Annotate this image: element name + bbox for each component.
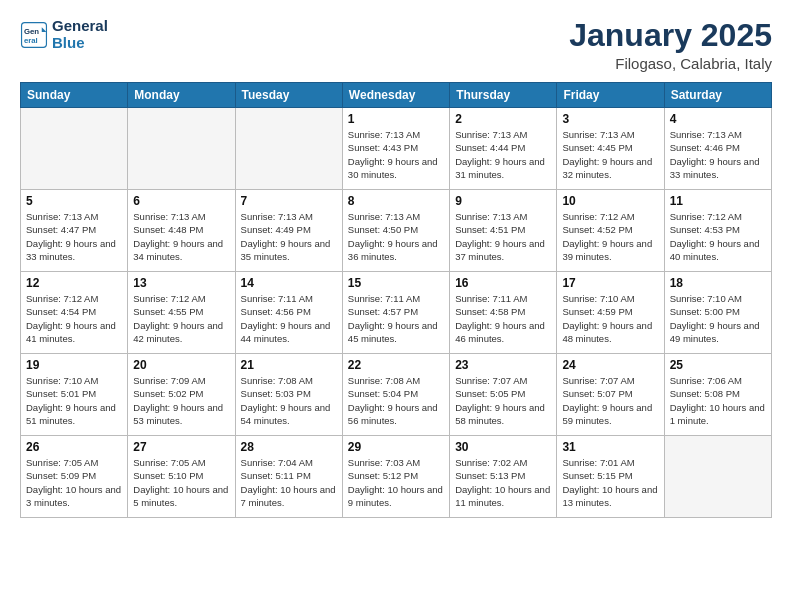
day-info: Sunrise: 7:07 AMSunset: 5:07 PMDaylight:…	[562, 374, 658, 427]
day-number: 12	[26, 276, 122, 290]
day-number: 16	[455, 276, 551, 290]
day-cell: 16Sunrise: 7:11 AMSunset: 4:58 PMDayligh…	[450, 272, 557, 354]
day-number: 26	[26, 440, 122, 454]
day-cell: 4Sunrise: 7:13 AMSunset: 4:46 PMDaylight…	[664, 108, 771, 190]
col-header-wednesday: Wednesday	[342, 83, 449, 108]
day-number: 25	[670, 358, 766, 372]
day-cell: 10Sunrise: 7:12 AMSunset: 4:52 PMDayligh…	[557, 190, 664, 272]
day-cell: 31Sunrise: 7:01 AMSunset: 5:15 PMDayligh…	[557, 436, 664, 518]
day-number: 23	[455, 358, 551, 372]
day-info: Sunrise: 7:02 AMSunset: 5:13 PMDaylight:…	[455, 456, 551, 509]
week-row-4: 19Sunrise: 7:10 AMSunset: 5:01 PMDayligh…	[21, 354, 772, 436]
day-info: Sunrise: 7:13 AMSunset: 4:51 PMDaylight:…	[455, 210, 551, 263]
day-number: 11	[670, 194, 766, 208]
logo-text: General Blue	[52, 18, 108, 51]
day-cell: 21Sunrise: 7:08 AMSunset: 5:03 PMDayligh…	[235, 354, 342, 436]
day-cell: 3Sunrise: 7:13 AMSunset: 4:45 PMDaylight…	[557, 108, 664, 190]
day-number: 27	[133, 440, 229, 454]
week-row-1: 1Sunrise: 7:13 AMSunset: 4:43 PMDaylight…	[21, 108, 772, 190]
day-cell: 9Sunrise: 7:13 AMSunset: 4:51 PMDaylight…	[450, 190, 557, 272]
day-cell: 29Sunrise: 7:03 AMSunset: 5:12 PMDayligh…	[342, 436, 449, 518]
day-number: 13	[133, 276, 229, 290]
day-number: 18	[670, 276, 766, 290]
day-cell: 25Sunrise: 7:06 AMSunset: 5:08 PMDayligh…	[664, 354, 771, 436]
day-number: 7	[241, 194, 337, 208]
day-info: Sunrise: 7:08 AMSunset: 5:04 PMDaylight:…	[348, 374, 444, 427]
day-number: 10	[562, 194, 658, 208]
day-info: Sunrise: 7:05 AMSunset: 5:10 PMDaylight:…	[133, 456, 229, 509]
day-cell	[235, 108, 342, 190]
day-number: 2	[455, 112, 551, 126]
day-cell: 19Sunrise: 7:10 AMSunset: 5:01 PMDayligh…	[21, 354, 128, 436]
day-cell: 20Sunrise: 7:09 AMSunset: 5:02 PMDayligh…	[128, 354, 235, 436]
day-info: Sunrise: 7:04 AMSunset: 5:11 PMDaylight:…	[241, 456, 337, 509]
week-row-3: 12Sunrise: 7:12 AMSunset: 4:54 PMDayligh…	[21, 272, 772, 354]
day-info: Sunrise: 7:13 AMSunset: 4:48 PMDaylight:…	[133, 210, 229, 263]
day-cell: 11Sunrise: 7:12 AMSunset: 4:53 PMDayligh…	[664, 190, 771, 272]
header: Gen eral General Blue January 2025 Filog…	[20, 18, 772, 72]
day-info: Sunrise: 7:10 AMSunset: 5:01 PMDaylight:…	[26, 374, 122, 427]
week-row-5: 26Sunrise: 7:05 AMSunset: 5:09 PMDayligh…	[21, 436, 772, 518]
day-info: Sunrise: 7:08 AMSunset: 5:03 PMDaylight:…	[241, 374, 337, 427]
day-info: Sunrise: 7:05 AMSunset: 5:09 PMDaylight:…	[26, 456, 122, 509]
day-cell	[21, 108, 128, 190]
day-info: Sunrise: 7:12 AMSunset: 4:52 PMDaylight:…	[562, 210, 658, 263]
day-number: 29	[348, 440, 444, 454]
day-cell: 30Sunrise: 7:02 AMSunset: 5:13 PMDayligh…	[450, 436, 557, 518]
col-header-saturday: Saturday	[664, 83, 771, 108]
logo-line1: General	[52, 18, 108, 35]
day-number: 8	[348, 194, 444, 208]
logo-line2: Blue	[52, 35, 108, 52]
title-block: January 2025 Filogaso, Calabria, Italy	[569, 18, 772, 72]
day-cell: 6Sunrise: 7:13 AMSunset: 4:48 PMDaylight…	[128, 190, 235, 272]
day-number: 30	[455, 440, 551, 454]
day-cell: 24Sunrise: 7:07 AMSunset: 5:07 PMDayligh…	[557, 354, 664, 436]
day-number: 6	[133, 194, 229, 208]
day-number: 9	[455, 194, 551, 208]
day-cell: 1Sunrise: 7:13 AMSunset: 4:43 PMDaylight…	[342, 108, 449, 190]
day-number: 31	[562, 440, 658, 454]
day-number: 4	[670, 112, 766, 126]
day-info: Sunrise: 7:01 AMSunset: 5:15 PMDaylight:…	[562, 456, 658, 509]
day-info: Sunrise: 7:06 AMSunset: 5:08 PMDaylight:…	[670, 374, 766, 427]
day-info: Sunrise: 7:12 AMSunset: 4:55 PMDaylight:…	[133, 292, 229, 345]
day-cell: 13Sunrise: 7:12 AMSunset: 4:55 PMDayligh…	[128, 272, 235, 354]
logo: Gen eral General Blue	[20, 18, 108, 51]
day-cell: 22Sunrise: 7:08 AMSunset: 5:04 PMDayligh…	[342, 354, 449, 436]
day-cell: 23Sunrise: 7:07 AMSunset: 5:05 PMDayligh…	[450, 354, 557, 436]
day-number: 20	[133, 358, 229, 372]
col-header-monday: Monday	[128, 83, 235, 108]
col-header-tuesday: Tuesday	[235, 83, 342, 108]
day-cell: 5Sunrise: 7:13 AMSunset: 4:47 PMDaylight…	[21, 190, 128, 272]
day-info: Sunrise: 7:10 AMSunset: 4:59 PMDaylight:…	[562, 292, 658, 345]
page: Gen eral General Blue January 2025 Filog…	[0, 0, 792, 612]
day-cell: 2Sunrise: 7:13 AMSunset: 4:44 PMDaylight…	[450, 108, 557, 190]
calendar-header-row: SundayMondayTuesdayWednesdayThursdayFrid…	[21, 83, 772, 108]
calendar-title: January 2025	[569, 18, 772, 53]
day-number: 15	[348, 276, 444, 290]
week-row-2: 5Sunrise: 7:13 AMSunset: 4:47 PMDaylight…	[21, 190, 772, 272]
day-cell: 27Sunrise: 7:05 AMSunset: 5:10 PMDayligh…	[128, 436, 235, 518]
svg-text:Gen: Gen	[24, 27, 39, 36]
day-cell: 14Sunrise: 7:11 AMSunset: 4:56 PMDayligh…	[235, 272, 342, 354]
day-info: Sunrise: 7:12 AMSunset: 4:53 PMDaylight:…	[670, 210, 766, 263]
day-number: 24	[562, 358, 658, 372]
day-info: Sunrise: 7:13 AMSunset: 4:43 PMDaylight:…	[348, 128, 444, 181]
day-cell: 15Sunrise: 7:11 AMSunset: 4:57 PMDayligh…	[342, 272, 449, 354]
day-info: Sunrise: 7:13 AMSunset: 4:50 PMDaylight:…	[348, 210, 444, 263]
day-number: 5	[26, 194, 122, 208]
day-info: Sunrise: 7:13 AMSunset: 4:46 PMDaylight:…	[670, 128, 766, 181]
day-info: Sunrise: 7:12 AMSunset: 4:54 PMDaylight:…	[26, 292, 122, 345]
calendar-subtitle: Filogaso, Calabria, Italy	[569, 55, 772, 72]
day-info: Sunrise: 7:11 AMSunset: 4:56 PMDaylight:…	[241, 292, 337, 345]
day-info: Sunrise: 7:03 AMSunset: 5:12 PMDaylight:…	[348, 456, 444, 509]
day-info: Sunrise: 7:11 AMSunset: 4:57 PMDaylight:…	[348, 292, 444, 345]
day-number: 19	[26, 358, 122, 372]
day-number: 17	[562, 276, 658, 290]
day-info: Sunrise: 7:07 AMSunset: 5:05 PMDaylight:…	[455, 374, 551, 427]
day-cell: 18Sunrise: 7:10 AMSunset: 5:00 PMDayligh…	[664, 272, 771, 354]
logo-icon: Gen eral	[20, 21, 48, 49]
day-cell: 28Sunrise: 7:04 AMSunset: 5:11 PMDayligh…	[235, 436, 342, 518]
day-cell: 7Sunrise: 7:13 AMSunset: 4:49 PMDaylight…	[235, 190, 342, 272]
day-info: Sunrise: 7:13 AMSunset: 4:45 PMDaylight:…	[562, 128, 658, 181]
